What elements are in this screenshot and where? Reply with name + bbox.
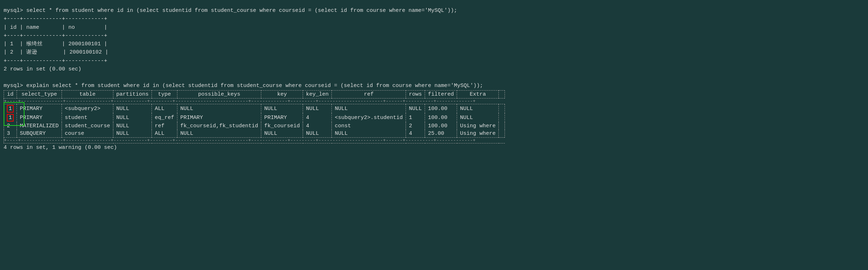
cell-extra-0: NULL <box>457 104 499 113</box>
cell-key-len-3: NULL <box>303 130 332 138</box>
table1-row1: | 1 | 缑绮丝 | 2000100101 | <box>4 40 864 48</box>
col-table: table <box>62 90 113 98</box>
cell-end-2 <box>499 122 505 130</box>
cell-partitions-1: NULL <box>113 113 152 122</box>
query2-line: mysql> explain select * from student whe… <box>4 82 864 90</box>
col-key-len: key_len <box>303 90 332 98</box>
explain-sep-row-0: +----+---------------+----------------+-… <box>4 98 505 104</box>
col-select-type: select_type <box>17 90 62 98</box>
cell-select-type-0: PRIMARY <box>17 104 62 113</box>
id-highlight-0: 1 <box>7 105 14 113</box>
cell-key-len-2: 4 <box>303 122 332 130</box>
col-type: type <box>152 90 177 98</box>
explain-data-row-2: 2 MATERIALIZED student_course NULL ref f… <box>4 122 505 130</box>
terminal: mysql> select * from student where id in… <box>4 6 864 152</box>
explain-data-row-0: 1 PRIMARY <subquery2> NULL ALL NULL NULL… <box>4 104 505 113</box>
cell-key-2: fk_courseid <box>261 122 303 130</box>
table1-row2: | 2 | 谢逊 | 2000100102 | <box>4 48 864 56</box>
cell-ref-2: const <box>332 122 406 130</box>
cell-filtered-1: 100.00 <box>425 113 457 122</box>
cell-possible-keys-2: fk_courseid,fk_studentid <box>177 122 261 130</box>
cell-key-0: NULL <box>261 104 303 113</box>
col-key: key <box>261 90 303 98</box>
cell-table-0: <subquery2> <box>62 104 113 113</box>
col-rows: rows <box>406 90 425 98</box>
cell-key-len-0: NULL <box>303 104 332 113</box>
cell-end-0 <box>499 104 505 113</box>
cell-type-0: ALL <box>152 104 177 113</box>
cell-filtered-0: 100.00 <box>425 104 457 113</box>
col-filtered: filtered <box>425 90 457 98</box>
cell-end-3 <box>499 130 505 138</box>
cell-key-1: PRIMARY <box>261 113 303 122</box>
cell-table-2: student_course <box>62 122 113 130</box>
cell-possible-keys-0: NULL <box>177 104 261 113</box>
explain-data-row-3: 3 SUBQUERY course NULL ALL NULL NULL NUL… <box>4 130 505 138</box>
query1-line: mysql> select * from student where id in… <box>4 6 864 15</box>
explain-result: 4 rows in set, 1 warning (0.00 sec) <box>4 143 864 152</box>
cell-select-type-1: PRIMARY <box>17 113 62 122</box>
cell-rows-3: 4 <box>406 130 425 138</box>
cell-id-2: 2 <box>4 122 17 130</box>
cell-filtered-3: 25.00 <box>425 130 457 138</box>
id-highlight-1: 1 <box>7 114 14 122</box>
cell-extra-1: NULL <box>457 113 499 122</box>
cell-key-len-1: 4 <box>303 113 332 122</box>
cell-possible-keys-1: PRIMARY <box>177 113 261 122</box>
cell-extra-2: Using where <box>457 122 499 130</box>
cell-select-type-2: MATERIALIZED <box>17 122 62 130</box>
cell-partitions-0: NULL <box>113 104 152 113</box>
table1-border-bot: +----+------------+------------+ <box>4 57 864 65</box>
cell-partitions-3: NULL <box>113 130 152 138</box>
cell-key-3: NULL <box>261 130 303 138</box>
cell-partitions-2: NULL <box>113 122 152 130</box>
col-partitions: partitions <box>113 90 152 98</box>
table1-border-mid: +----+------------+------------+ <box>4 32 864 40</box>
cell-rows-0: NULL <box>406 104 425 113</box>
col-end <box>499 90 505 98</box>
cell-extra-3: Using where <box>457 130 499 138</box>
explain-header-row: id select_type table partitions type pos… <box>4 90 505 98</box>
cell-select-type-3: SUBQUERY <box>17 130 62 138</box>
table1-result: 2 rows in set (0.00 sec) <box>4 65 864 73</box>
cell-id-0: 1 <box>4 104 17 113</box>
explain-table: id select_type table partitions type pos… <box>4 90 505 143</box>
cell-type-1: eq_ref <box>152 113 177 122</box>
cell-end-1 <box>499 113 505 122</box>
cell-ref-1: <subquery2>.studentid <box>332 113 406 122</box>
explain-table-wrapper: id select_type table partitions type pos… <box>4 90 864 143</box>
col-possible-keys: possible_keys <box>177 90 261 98</box>
cell-id-3: 3 <box>4 130 17 138</box>
explain-data-row-1: 1 PRIMARY student NULL eq_ref PRIMARY PR… <box>4 113 505 122</box>
cell-ref-3: NULL <box>332 130 406 138</box>
table1-border-top: +----+------------+------------+ <box>4 15 864 23</box>
cell-id-1: 1 <box>4 113 17 122</box>
cell-table-3: course <box>62 130 113 138</box>
explain-sep-row-bot: +----+---------------+----------------+-… <box>4 137 505 143</box>
col-id: id <box>4 90 17 98</box>
cell-filtered-2: 100.00 <box>425 122 457 130</box>
cell-rows-2: 2 <box>406 122 425 130</box>
col-extra: Extra <box>457 90 499 98</box>
table1-header: | id | name | no | <box>4 23 864 32</box>
cell-type-3: ALL <box>152 130 177 138</box>
cell-table-1: student <box>62 113 113 122</box>
cell-rows-1: 1 <box>406 113 425 122</box>
col-ref: ref <box>332 90 406 98</box>
cell-possible-keys-3: NULL <box>177 130 261 138</box>
empty-line <box>4 73 864 82</box>
cell-type-2: ref <box>152 122 177 130</box>
cell-ref-0: NULL <box>332 104 406 113</box>
